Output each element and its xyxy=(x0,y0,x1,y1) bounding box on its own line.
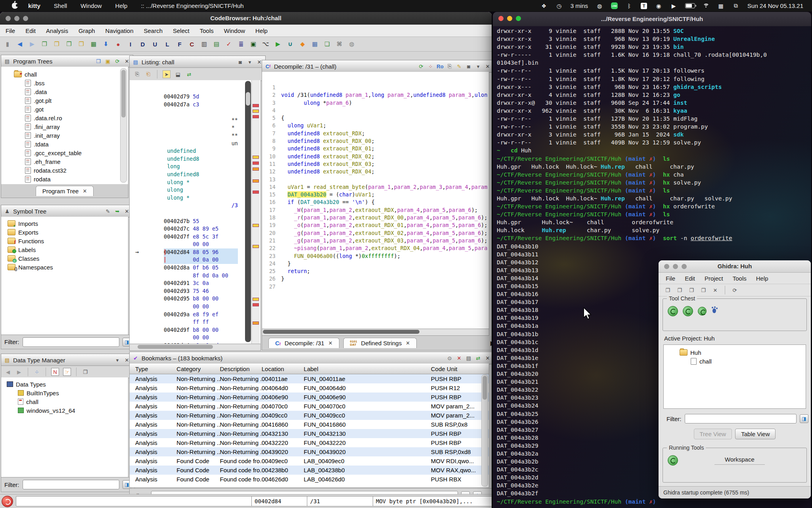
bookmark-row[interactable]: AnalysisNon-Returning ...Non-Returning .… xyxy=(130,402,489,411)
bookmark-row[interactable]: AnalysisNon-Returning ...Non-Returning .… xyxy=(130,383,489,393)
bookmark-row[interactable]: AnalysisNon-Returning ...Non-Returning .… xyxy=(130,393,489,402)
tree-item-exports[interactable]: Exports xyxy=(6,228,128,237)
menu-item-edit[interactable]: Edit xyxy=(685,275,695,282)
diff-icon[interactable]: ⇄ xyxy=(186,71,193,78)
program-trees-scrollbar[interactable] xyxy=(120,68,127,183)
letter-L-icon[interactable]: L xyxy=(163,40,172,48)
graph-icon[interactable]: ⁘ xyxy=(427,63,434,70)
column-header-location[interactable]: Location xyxy=(262,366,304,372)
refresh-icon[interactable]: ⟳ xyxy=(731,287,738,294)
copy-icon[interactable]: ⎘ xyxy=(134,71,141,78)
debugger-tool-icon[interactable] xyxy=(683,306,693,316)
snapshot-icon[interactable]: ◙ xyxy=(465,63,472,70)
codebrowser-tool-icon[interactable] xyxy=(668,306,678,316)
table-icon[interactable]: ▦ xyxy=(310,40,319,48)
globe-icon[interactable]: ◍ xyxy=(347,40,356,48)
menu-item-tools[interactable]: Tools xyxy=(200,27,214,34)
column-header-description[interactable]: Description xyxy=(220,366,262,372)
back-icon[interactable]: ◀ xyxy=(4,368,11,375)
tree-item--data-rel-ro[interactable]: .data.rel.ro xyxy=(12,114,128,122)
save-project-icon[interactable]: ❐ xyxy=(688,287,695,294)
tree-item--data[interactable]: .data xyxy=(12,87,128,96)
bookmark-row[interactable]: AnalysisNon-Returning ...Non-Returning .… xyxy=(130,429,489,438)
tree-item-chall[interactable]: chall xyxy=(12,70,128,79)
tree-item-rodata-cst32[interactable]: rodata.cst32 xyxy=(12,166,128,175)
menubar-item-shell[interactable]: Shell xyxy=(54,2,67,9)
letter-U-icon[interactable]: U xyxy=(151,40,159,48)
preview-window-icon[interactable]: ❐ xyxy=(82,368,89,375)
bookmarks-scrollbar[interactable] xyxy=(481,375,488,487)
menu-item-help[interactable]: Help xyxy=(255,27,268,34)
settings-icon[interactable]: ⊙ xyxy=(446,354,453,362)
symbol-tree-header[interactable]: ♟ Symbol Tree ✎ ➥ ✕ xyxy=(1,205,133,217)
split-icon[interactable]: ❐ xyxy=(77,40,86,48)
bookmark-row[interactable]: AnalysisFound CodeFound code fro...00462… xyxy=(130,475,489,484)
close-icon[interactable]: ✕ xyxy=(406,340,410,346)
battery-icon[interactable] xyxy=(685,3,695,8)
edit-icon[interactable]: ✎ xyxy=(104,208,111,215)
column-header-type[interactable]: Type xyxy=(135,366,176,372)
ghidra-dragon-icon[interactable] xyxy=(2,496,13,507)
tree-item-data-types[interactable]: Data Types xyxy=(5,380,128,389)
copy-block-icon[interactable]: ❐ xyxy=(40,40,49,48)
checkmark-icon[interactable]: ✓ xyxy=(224,40,233,48)
letter-I-icon[interactable]: I xyxy=(126,40,135,48)
tree-item--fini-array[interactable]: .fini_array xyxy=(12,122,128,131)
tree-item--got[interactable]: .got xyxy=(12,105,128,114)
close-icon[interactable]: ✕ xyxy=(484,354,491,362)
chip-icon[interactable]: ▣ xyxy=(249,40,258,48)
down-arrow-icon[interactable]: ⬇ xyxy=(102,40,110,48)
listing-body[interactable]: 00402d79 5d00402d7a c3 ** * ** un undefi… xyxy=(129,80,261,344)
conflict-mode-icon[interactable]: ⁘ xyxy=(33,368,40,375)
listing-scrollbar[interactable] xyxy=(245,81,251,342)
hierarchy-icon[interactable]: ⌘ xyxy=(335,40,344,48)
filter-pointers-icon[interactable]: ☞ xyxy=(63,368,71,376)
letter-F-icon[interactable]: F xyxy=(175,40,184,48)
new-project-icon[interactable]: ❐ xyxy=(664,287,671,294)
menubar-app-name[interactable]: kitty xyxy=(28,2,40,9)
menu-item-tools[interactable]: Tools xyxy=(733,275,747,282)
paste-block-icon[interactable]: ❐ xyxy=(52,40,61,48)
tab-decompile[interactable]: Cf Decompile: /31✕ xyxy=(268,338,339,348)
ball-icon[interactable]: ◍ xyxy=(596,2,603,10)
delete-icon[interactable]: ✕ xyxy=(712,287,719,294)
menu-item-window[interactable]: Window xyxy=(224,27,245,34)
bookmark-row[interactable]: AnalysisFound CodeFound code fro...00409… xyxy=(130,456,489,466)
tree-item--gcc-except-table[interactable]: .gcc_except_table xyxy=(12,148,128,157)
decompile-header[interactable]: Cf Decompile: /31 – (chall) ⟳ ⁘ Ro ⎘ ✎ ◙… xyxy=(262,60,492,73)
uturn-icon[interactable]: ∪ xyxy=(286,40,295,48)
panel-menu-icon[interactable]: ▾ xyxy=(246,58,253,65)
menu-item-edit[interactable]: Edit xyxy=(25,27,36,34)
function-graph-icon[interactable]: ⌥ xyxy=(261,40,270,48)
fields-icon[interactable]: ⬓ xyxy=(174,71,182,78)
version-tracking-tool-icon[interactable] xyxy=(698,307,707,316)
menubar-clock[interactable]: Sun 24 Nov 05.13.21 xyxy=(747,2,803,9)
tree-item-huh[interactable]: Huh xyxy=(678,348,806,357)
back-icon[interactable]: ◀ xyxy=(15,40,24,48)
timer-icon[interactable]: ◷ xyxy=(555,2,563,10)
filter-options-icon[interactable]: ◨ xyxy=(800,414,808,423)
dtm-header[interactable]: ▤ Data Type Manager ▾ ✕ xyxy=(1,354,133,366)
transfer-icon[interactable]: ⇄ xyxy=(475,354,482,362)
tree-item--tdata[interactable]: .tdata xyxy=(12,140,128,148)
readonly-icon[interactable]: Ro xyxy=(437,63,444,70)
menu-item-file[interactable]: File xyxy=(6,27,15,34)
export-icon[interactable]: ❏ xyxy=(323,40,331,48)
tab-defined-strings[interactable]: 0101DAT Defined Strings✕ xyxy=(343,338,417,348)
rerun-icon[interactable]: ⟳ xyxy=(417,63,425,70)
tree-item--got-plt[interactable]: .got.plt xyxy=(12,96,128,105)
line-app-icon[interactable]: LINE xyxy=(611,2,618,9)
tree-item-windows-vs12-64[interactable]: windows_vs12_64 xyxy=(5,406,128,415)
decompile-body[interactable]: 12void /31(undefined8 param_1,long param… xyxy=(262,72,489,329)
bookmark-row[interactable]: AnalysisNon-Returning ...Non-Returning .… xyxy=(130,411,489,420)
menu-item-help[interactable]: Help xyxy=(756,275,768,282)
ghidra-titlebar[interactable]: Ghidra: Huh xyxy=(659,260,811,273)
letter-D-icon[interactable]: D xyxy=(138,40,147,48)
copy-icon[interactable]: ⎘ xyxy=(446,63,453,70)
menu-chevron-icon[interactable]: ▾ xyxy=(114,356,121,364)
program-trees-header[interactable]: ▤ Program Trees ❒ ▣ ⟳ ✕ xyxy=(1,55,133,67)
keyboard-icon[interactable]: ▦ xyxy=(717,2,724,10)
bookmark-row[interactable]: AnalysisNon-Returning ...Non-Returning .… xyxy=(130,438,489,447)
workspace-tab[interactable]: Workspace xyxy=(714,456,765,465)
bookmarks-header[interactable]: ✔ Bookmarks – (183 bookmarks) ⊙ ✕ ▤ ⇄ ✕ xyxy=(129,352,492,364)
